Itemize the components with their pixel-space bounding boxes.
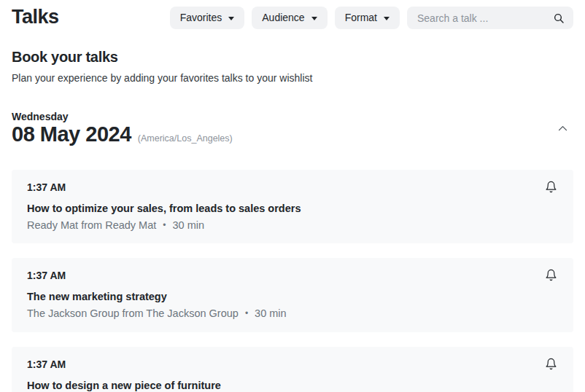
meta-bullet: • (245, 307, 248, 319)
talk-time: 1:37 AM (27, 356, 66, 371)
favorites-dropdown-label: Favorites (180, 12, 222, 24)
day-timezone: (America/Los_Angeles) (138, 133, 233, 144)
talk-title[interactable]: The new marketing strategy (27, 290, 559, 304)
search-icon (553, 12, 565, 24)
wishlist-bell-button[interactable] (543, 267, 559, 283)
talk-time: 1:37 AM (27, 267, 66, 282)
talk-title[interactable]: How to design a new piece of furniture (27, 379, 559, 392)
talk-speaker: Ready Mat from Ready Mat (27, 219, 156, 233)
talk-card-top-row: 1:37 AM (27, 267, 559, 283)
day-date: 08 May 2024 (12, 123, 131, 146)
talk-card[interactable]: 1:37 AM The new marketing strategy The J… (12, 258, 573, 332)
talk-card-top-row: 1:37 AM (27, 356, 559, 372)
wishlist-bell-button[interactable] (543, 356, 559, 372)
bell-icon (545, 269, 557, 281)
talk-speaker: The Jackson Group from The Jackson Group (27, 307, 239, 321)
talk-meta: The Jackson Group from The Jackson Group… (27, 307, 559, 321)
day-weekday: Wednesday (12, 111, 233, 122)
caret-down-icon (228, 17, 234, 20)
talks-page: Talks Favorites Audience Format (0, 0, 585, 392)
talk-time: 1:37 AM (27, 179, 66, 194)
bell-icon (545, 181, 557, 193)
day-line: 08 May 2024 (America/Los_Angeles) (12, 123, 233, 146)
search-box (407, 7, 573, 29)
filter-controls: Favorites Audience Format (170, 7, 573, 29)
page-title: Talks (12, 6, 59, 28)
bell-icon (545, 358, 557, 370)
wishlist-bell-button[interactable] (543, 179, 559, 195)
collapse-day-button[interactable] (554, 119, 572, 138)
chevron-up-icon (557, 122, 569, 135)
favorites-dropdown-button[interactable]: Favorites (170, 7, 245, 29)
search-input[interactable] (416, 12, 547, 25)
top-bar: Talks Favorites Audience Format (12, 6, 573, 29)
day-header: Wednesday 08 May 2024 (America/Los_Angel… (12, 111, 573, 146)
format-dropdown-button[interactable]: Format (335, 7, 400, 29)
format-dropdown-label: Format (345, 12, 377, 24)
intro-section: Book your talks Plan your experience by … (12, 49, 573, 84)
day-header-text: Wednesday 08 May 2024 (America/Los_Angel… (12, 111, 233, 146)
intro-heading: Book your talks (12, 49, 573, 66)
audience-dropdown-button[interactable]: Audience (252, 7, 327, 29)
talk-card[interactable]: 1:37 AM How to design a new piece of fur… (12, 347, 573, 392)
talk-card-top-row: 1:37 AM (27, 179, 559, 195)
talks-list: 1:37 AM How to optimize your sales, from… (12, 170, 573, 392)
talk-meta: Ready Mat from Ready Mat • 30 min (27, 219, 559, 233)
meta-bullet: • (163, 219, 166, 231)
caret-down-icon (384, 17, 390, 20)
talk-duration: 30 min (255, 307, 287, 321)
talk-title[interactable]: How to optimize your sales, from leads t… (27, 202, 559, 216)
search-submit-button[interactable] (553, 12, 565, 24)
intro-subtitle: Plan your experience by adding your favo… (12, 72, 573, 84)
talk-duration: 30 min (173, 219, 205, 233)
audience-dropdown-label: Audience (262, 12, 304, 24)
talk-card[interactable]: 1:37 AM How to optimize your sales, from… (12, 170, 573, 243)
caret-down-icon (311, 17, 317, 20)
